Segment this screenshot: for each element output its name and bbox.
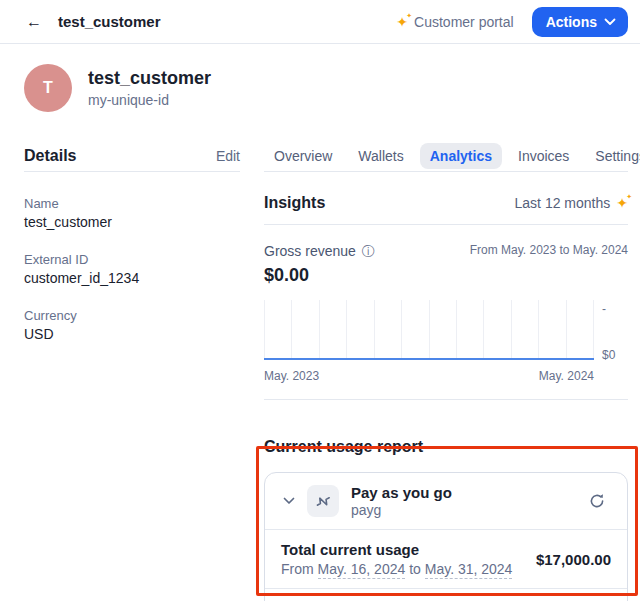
plan-name: Pay as you go [351, 484, 452, 501]
back-button[interactable]: ← [20, 8, 48, 36]
tab-analytics[interactable]: Analytics [420, 143, 502, 169]
details-header: Details Edit [24, 140, 240, 172]
chart-x-axis: May. 2023 May. 2024 [264, 369, 594, 383]
back-arrow-icon: ← [26, 13, 42, 31]
tokens-row: Tokens openai_tokens [265, 588, 627, 601]
main-column: Overview Wallets Analytics Invoices Sett… [264, 140, 628, 601]
field-value: test_customer [24, 214, 240, 230]
customer-subtitle: my-unique-id [88, 92, 211, 108]
tab-invoices[interactable]: Invoices [508, 143, 579, 169]
insights-header: Insights Last 12 months ✦✦ [264, 194, 628, 225]
x-axis-start-label: May. 2023 [264, 369, 319, 383]
field-label: Name [24, 196, 240, 211]
gross-revenue-header: Gross revenue ⓘ From May. 2023 to May. 2… [264, 243, 628, 259]
avatar: T [24, 64, 72, 112]
actions-button[interactable]: Actions [532, 7, 628, 37]
content-columns: Details Edit Name test_customer External… [0, 112, 640, 601]
plan-code: payg [351, 502, 452, 518]
field-value: customer_id_1234 [24, 270, 240, 286]
total-usage-amount: $17,000.00 [536, 551, 611, 568]
usage-report-card: Pay as you go payg Total current usage F… [264, 472, 628, 601]
field-external-id: External ID customer_id_1234 [24, 252, 240, 286]
chart-y-axis: - $0 [594, 300, 628, 364]
customer-name: test_customer [88, 68, 211, 89]
chart-plot-area [264, 300, 594, 360]
chevron-down-icon [604, 18, 616, 26]
plan-header-row[interactable]: Pay as you go payg [265, 473, 627, 529]
actions-label: Actions [546, 14, 597, 30]
gross-revenue-label: Gross revenue [264, 243, 356, 259]
section-divider [264, 399, 628, 400]
refresh-icon [588, 492, 606, 510]
field-value: USD [24, 326, 240, 342]
customer-header: T test_customer my-unique-id [0, 44, 640, 112]
chart-line-series [264, 358, 594, 360]
details-column: Details Edit Name test_customer External… [24, 140, 240, 601]
details-title: Details [24, 147, 76, 165]
customer-identity: test_customer my-unique-id [88, 68, 211, 108]
period-from-word: From [281, 561, 314, 577]
collapse-toggle-button[interactable] [277, 489, 301, 513]
tab-overview[interactable]: Overview [264, 143, 342, 169]
tab-wallets[interactable]: Wallets [348, 143, 413, 169]
total-usage-period: From May. 16, 2024 to May. 31, 2024 [281, 561, 512, 577]
customer-portal-link[interactable]: ✦✦ Customer portal [396, 14, 513, 30]
field-label: External ID [24, 252, 240, 267]
field-currency: Currency USD [24, 308, 240, 342]
y-axis-zero-label: $0 [602, 348, 615, 362]
period-date-to[interactable]: May. 31, 2024 [425, 561, 513, 579]
period-selector[interactable]: Last 12 months ✦✦ [515, 195, 628, 211]
plan-icon-box [307, 485, 339, 517]
sparkle-icon: ✦✦ [396, 15, 408, 29]
sparkle-icon: ✦✦ [616, 196, 628, 210]
tab-bar: Overview Wallets Analytics Invoices Sett… [264, 140, 628, 172]
insights-title: Insights [264, 194, 325, 212]
y-axis-top-label: - [602, 302, 606, 316]
total-usage-texts: Total current usage From May. 16, 2024 t… [281, 541, 512, 577]
usage-report-title: Current usage report [264, 438, 628, 456]
gross-revenue-chart: - $0 [264, 300, 628, 364]
refresh-button[interactable] [583, 487, 611, 515]
field-label: Currency [24, 308, 240, 323]
total-usage-label: Total current usage [281, 541, 512, 558]
period-label: Last 12 months [515, 195, 611, 211]
plan-texts: Pay as you go payg [351, 484, 452, 518]
period-date-from[interactable]: May. 16, 2024 [318, 561, 406, 579]
x-axis-end-label: May. 2024 [539, 369, 594, 383]
field-name: Name test_customer [24, 196, 240, 230]
avatar-initial: T [43, 79, 53, 97]
details-fields: Name test_customer External ID customer_… [24, 172, 240, 342]
edit-button[interactable]: Edit [216, 148, 240, 164]
gross-revenue-value: $0.00 [264, 265, 628, 286]
info-icon[interactable]: ⓘ [362, 245, 375, 258]
total-usage-row: Total current usage From May. 16, 2024 t… [265, 529, 627, 588]
customer-portal-label: Customer portal [414, 14, 514, 30]
pulse-icon [312, 490, 334, 512]
topbar-title: test_customer [58, 13, 161, 30]
topbar: ← test_customer ✦✦ Customer portal Actio… [0, 0, 640, 44]
chart-grid [264, 300, 594, 360]
tab-settings[interactable]: Settings [585, 143, 640, 169]
period-to-word: to [409, 561, 421, 577]
chart-range-label: From May. 2023 to May. 2024 [470, 243, 628, 257]
chevron-down-icon [283, 497, 295, 505]
